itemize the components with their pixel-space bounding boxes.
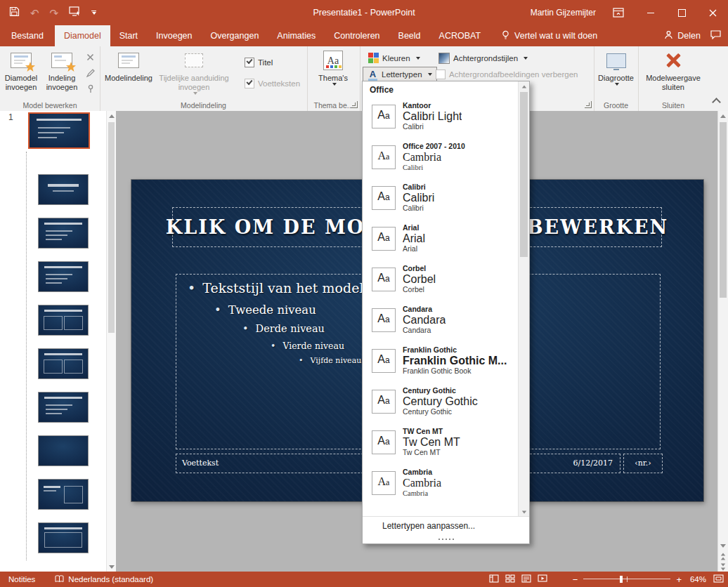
main-vertical-scrollbar[interactable] [717, 111, 728, 572]
zoom-out-button[interactable]: − [573, 575, 578, 584]
collapse-ribbon-icon[interactable] [712, 98, 721, 107]
font-preview-box: Aa [372, 227, 396, 251]
font-theme-item[interactable]: AaArialArialArial [363, 218, 519, 259]
slide-number-label: 1 [8, 112, 13, 122]
scroll-down-icon[interactable] [718, 541, 728, 550]
customize-qat-icon[interactable] [91, 11, 96, 15]
scroll-up-icon[interactable] [519, 81, 529, 91]
language-button[interactable]: Nederlands (standaard) [55, 575, 153, 584]
delete-icon[interactable] [84, 51, 96, 63]
slide-sorter-view-icon[interactable] [505, 574, 515, 584]
dropdown-scrollbar[interactable] [518, 81, 529, 517]
slide-layout-thumbnail[interactable] [38, 479, 89, 510]
slideshow-view-icon[interactable] [538, 574, 547, 584]
group-edit-master: Diamodel invoegen Indeling invoegen Mode… [0, 46, 100, 111]
preserve-pin-icon[interactable] [84, 82, 96, 94]
font-theme-item[interactable]: AaCalibriCalibriCalibri [363, 178, 519, 218]
scroll-up-icon[interactable] [107, 111, 116, 121]
insert-placeholder-button[interactable]: Tijdelijke aanduiding invoegen [155, 48, 233, 95]
slide-layout-thumbnail[interactable] [38, 261, 89, 292]
master-layout-button[interactable]: Modelindeling [104, 48, 153, 83]
slide-layout-thumbnail[interactable] [38, 218, 89, 249]
slide-layout-thumbnail[interactable] [38, 305, 89, 336]
maximize-button[interactable] [666, 0, 697, 25]
theme-colors-button[interactable]: Kleuren [364, 51, 424, 65]
normal-view-icon[interactable] [489, 574, 499, 584]
footers-checkbox[interactable]: Voetteksten [245, 79, 300, 88]
slide-number-placeholder[interactable]: ‹nr.› [623, 454, 663, 473]
ribbon-display-options-icon[interactable] [613, 8, 624, 18]
scrollbar-thumb[interactable] [720, 122, 727, 298]
zoom-slider[interactable] [583, 575, 670, 583]
slide-size-button[interactable]: Diagrootte [595, 48, 637, 86]
title-bar: ↶ ↷ Presentatie1 - PowerPoint Martin Gij… [0, 0, 728, 25]
dialog-launcher-icon[interactable] [351, 101, 358, 108]
layout-connector-line [26, 152, 27, 560]
customize-fonts-item[interactable]: Lettertypen aanpassen... [363, 516, 529, 534]
tell-me-box[interactable]: Vertel wat u wilt doen [501, 25, 597, 46]
scroll-down-icon[interactable] [519, 507, 529, 517]
font-theme-item[interactable]: AaTW Cen MTTw Cen MTTw Cen MT [363, 422, 519, 463]
tab-file[interactable]: Bestand [0, 25, 55, 46]
tab-acrobat[interactable]: ACROBAT [430, 25, 490, 46]
font-theme-item[interactable]: AaOffice 2007 - 2010CambriaCalibri [363, 137, 519, 178]
background-styles-button[interactable]: Achtergrondstijlen [434, 51, 532, 65]
reading-view-icon[interactable] [521, 574, 531, 584]
close-master-view-button[interactable]: Modelweergave sluiten [645, 48, 701, 92]
insert-slide-master-button[interactable]: Diamodel invoegen [1, 48, 41, 92]
slide-layout-thumbnail[interactable] [38, 392, 89, 423]
font-theme-item[interactable]: AaCorbelCorbelCorbel [363, 259, 519, 300]
account-name[interactable]: Martin Gijzemijter [531, 8, 596, 18]
redo-icon[interactable]: ↷ [50, 8, 59, 18]
close-button[interactable] [697, 0, 728, 25]
scrollbar-thumb[interactable] [108, 122, 115, 333]
tab-slide-master[interactable]: Diamodel [55, 25, 110, 46]
dialog-launcher-icon[interactable] [585, 101, 592, 108]
tab-controleren[interactable]: Controleren [325, 25, 389, 46]
scroll-up-icon[interactable] [718, 111, 728, 121]
slide-thumbnail-panel: 1 [0, 111, 117, 572]
scroll-down-icon[interactable] [107, 562, 116, 572]
font-theme-item[interactable]: AaCandaraCandaraCandara [363, 300, 519, 341]
tab-animaties[interactable]: Animaties [268, 25, 325, 46]
themes-button[interactable]: Aa Thema's [312, 48, 354, 86]
tab-invoegen[interactable]: Invoegen [147, 25, 201, 46]
tab-start[interactable]: Start [110, 25, 147, 46]
chevron-down-icon [615, 83, 619, 86]
next-slide-button[interactable] [718, 562, 728, 572]
zoom-level-button[interactable]: 64% [690, 575, 706, 583]
comments-icon[interactable] [710, 30, 721, 41]
dropdown-resize-grip[interactable] [363, 534, 529, 543]
font-theme-item[interactable]: AaKantoorCalibri LightCalibri [363, 96, 519, 137]
fit-slide-to-window-icon[interactable] [713, 574, 724, 584]
thumbnail-scrollbar[interactable] [106, 111, 116, 572]
font-theme-item[interactable]: AaCambriaCambriaCambria [363, 463, 519, 503]
font-theme-item[interactable]: AaCentury GothicCentury GothicCentury Go… [363, 381, 519, 422]
slide-layout-thumbnail[interactable] [38, 435, 89, 466]
tab-beeld[interactable]: Beeld [389, 25, 430, 46]
insert-layout-button[interactable]: Indeling invoegen [42, 48, 82, 92]
share-button[interactable]: Delen [664, 30, 701, 41]
title-checkbox[interactable]: Titel [245, 58, 273, 67]
tab-overgangen[interactable]: Overgangen [202, 25, 268, 46]
previous-slide-button[interactable] [718, 551, 728, 561]
zoom-slider-thumb[interactable] [620, 576, 623, 583]
font-theme-item[interactable]: AaFranklin GothicFranklin Gothic M...Fra… [363, 341, 519, 381]
notes-button[interactable]: Notities [8, 575, 35, 583]
minimize-button[interactable] [635, 0, 666, 25]
save-icon[interactable] [9, 6, 20, 20]
theme-fonts-button[interactable]: A Lettertypen [363, 67, 437, 81]
font-preview-box: Aa [372, 105, 396, 128]
slide-layout-thumbnail[interactable] [38, 522, 89, 553]
slide-layout-thumbnail[interactable] [38, 174, 89, 205]
rename-icon[interactable] [84, 67, 96, 79]
touch-mode-icon[interactable] [69, 6, 81, 20]
slide-master-thumbnail[interactable] [28, 112, 90, 149]
close-master-view-label: Modelweergave sluiten [645, 74, 701, 92]
undo-icon[interactable]: ↶ [30, 8, 39, 18]
scrollbar-thumb[interactable] [520, 92, 528, 257]
slide-layout-thumbnail[interactable] [38, 348, 89, 379]
zoom-in-button[interactable]: + [676, 575, 682, 584]
date-placeholder[interactable]: 6/12/2017 [523, 454, 620, 473]
hide-background-graphics-checkbox[interactable]: Achtergrondafbeeldingen verbergen [436, 70, 578, 79]
